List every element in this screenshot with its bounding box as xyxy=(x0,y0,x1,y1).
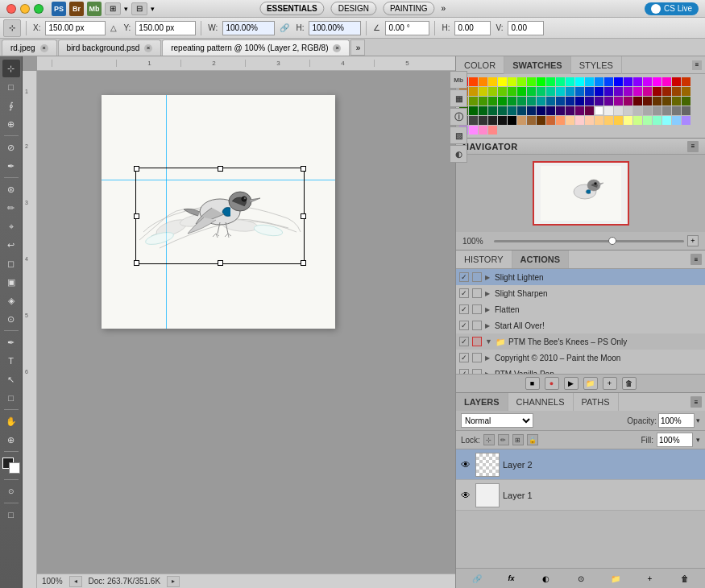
lock-all-icon[interactable]: 🔒 xyxy=(527,434,538,445)
swatch[interactable] xyxy=(556,116,565,125)
swatch[interactable] xyxy=(682,97,690,106)
swatch[interactable] xyxy=(662,77,671,86)
swatch[interactable] xyxy=(633,116,642,125)
swatch[interactable] xyxy=(527,106,536,115)
handle-top-center[interactable] xyxy=(218,166,223,172)
handle-bottom-right[interactable] xyxy=(301,260,306,266)
swatch[interactable] xyxy=(469,87,478,96)
swatch[interactable] xyxy=(585,116,594,125)
h-input[interactable] xyxy=(309,21,361,35)
handle-bottom-center[interactable] xyxy=(218,260,223,266)
swatch[interactable] xyxy=(508,116,516,125)
minimize-button[interactable] xyxy=(20,4,30,14)
type-tool[interactable]: T xyxy=(2,352,20,370)
swatch[interactable] xyxy=(672,97,681,106)
swatch[interactable] xyxy=(643,116,652,125)
swatch[interactable] xyxy=(479,77,487,86)
swatch[interactable] xyxy=(469,116,478,125)
swatch[interactable] xyxy=(556,87,565,96)
layer-mask-btn[interactable]: ◐ xyxy=(539,572,554,585)
swatch[interactable] xyxy=(527,97,536,106)
actions-menu[interactable]: ≡ xyxy=(690,254,702,265)
tab-history[interactable]: HISTORY xyxy=(456,251,512,268)
swatch[interactable] xyxy=(672,77,681,86)
swatch[interactable] xyxy=(517,106,526,115)
swatch[interactable] xyxy=(556,77,565,86)
swatch[interactable] xyxy=(643,106,652,115)
swatch[interactable] xyxy=(488,106,497,115)
swatch[interactable] xyxy=(585,77,594,86)
new-action-btn[interactable]: + xyxy=(603,377,617,390)
swatch[interactable] xyxy=(488,126,497,135)
pen-tool[interactable]: ✒ xyxy=(2,333,20,351)
tab-rdjpeg[interactable]: rd.jpeg × xyxy=(2,39,57,56)
swatch[interactable] xyxy=(566,116,574,125)
swatch[interactable] xyxy=(624,87,632,96)
swatch[interactable] xyxy=(479,97,487,106)
handle-bottom-left[interactable] xyxy=(134,260,139,266)
histogram-icon[interactable]: ▦ xyxy=(450,89,467,107)
layer-item-1[interactable]: 👁 Layer 1 xyxy=(456,480,705,511)
action-copyright[interactable]: ✓ ▶ Copyright © 2010 – Paint the Moon xyxy=(456,350,705,366)
fill-dropdown[interactable]: ▾ xyxy=(696,436,700,444)
swatch[interactable] xyxy=(546,116,555,125)
swatch[interactable] xyxy=(682,106,690,115)
swatch[interactable] xyxy=(633,97,642,106)
swatch[interactable] xyxy=(575,116,584,125)
swatch[interactable] xyxy=(479,106,487,115)
opacity-input[interactable] xyxy=(658,413,695,428)
swatch[interactable] xyxy=(575,77,584,86)
swatch[interactable] xyxy=(479,87,487,96)
quick-mask-toggle[interactable]: ⊙ xyxy=(2,482,20,500)
swatch[interactable] xyxy=(682,87,690,96)
path-select-tool[interactable]: ↖ xyxy=(2,371,20,388)
action-flatten[interactable]: ✓ ▶ Flatten xyxy=(456,301,705,317)
layer-eye-1[interactable]: 👁 xyxy=(459,489,472,502)
swatch[interactable] xyxy=(517,97,526,106)
lock-pixels-icon[interactable]: ⊹ xyxy=(483,434,495,445)
crop-tool[interactable]: ⊘ xyxy=(2,139,20,156)
maximize-button[interactable] xyxy=(34,4,44,14)
zoom-slider-thumb[interactable] xyxy=(608,237,616,245)
swatch[interactable] xyxy=(488,87,497,96)
swatch[interactable] xyxy=(604,97,613,106)
swatch[interactable] xyxy=(498,116,507,125)
stamp-tool[interactable]: ⌖ xyxy=(2,217,20,235)
swatch[interactable] xyxy=(575,87,584,96)
brush-tool[interactable]: ✏ xyxy=(2,199,20,217)
swatch[interactable] xyxy=(585,106,594,115)
swatch[interactable] xyxy=(546,97,555,106)
tab-swatches[interactable]: SWATCHES xyxy=(504,56,571,74)
handle-mid-left[interactable] xyxy=(134,213,139,219)
navigator-menu[interactable]: ≡ xyxy=(687,141,699,152)
swatch[interactable] xyxy=(508,97,516,106)
mb-icon[interactable]: Mb xyxy=(87,2,102,16)
masks-icon[interactable]: ◐ xyxy=(450,145,467,163)
swatch[interactable] xyxy=(633,87,642,96)
blend-mode-select[interactable]: Normal xyxy=(461,413,533,428)
tabs-overflow[interactable]: » xyxy=(350,39,365,56)
swatch[interactable] xyxy=(527,77,536,86)
blur-tool[interactable]: ◈ xyxy=(2,292,20,309)
swatch[interactable] xyxy=(653,87,661,96)
move-tool[interactable]: ⊹ xyxy=(2,60,20,77)
swatch[interactable] xyxy=(604,106,613,115)
record-btn[interactable]: ● xyxy=(545,377,559,390)
swatch[interactable] xyxy=(479,126,487,135)
v-input[interactable] xyxy=(508,21,544,35)
x-input[interactable] xyxy=(45,21,106,35)
frame-dropdown[interactable]: ▾ xyxy=(124,5,128,13)
design-btn[interactable]: DESIGN xyxy=(331,2,376,15)
lock-position-icon[interactable]: ✏ xyxy=(498,434,509,445)
swatch[interactable] xyxy=(653,97,661,106)
delete-action-btn[interactable]: 🗑 xyxy=(622,377,637,390)
swatch[interactable] xyxy=(614,97,623,106)
swatch[interactable] xyxy=(662,116,671,125)
tab-actions[interactable]: ACTIONS xyxy=(512,251,570,268)
swatch[interactable] xyxy=(624,77,632,86)
swatch[interactable] xyxy=(672,116,681,125)
layer-delete-btn[interactable]: 🗑 xyxy=(678,572,692,585)
swatch[interactable] xyxy=(672,106,681,115)
swatch[interactable] xyxy=(604,77,613,86)
swatch[interactable] xyxy=(566,106,574,115)
